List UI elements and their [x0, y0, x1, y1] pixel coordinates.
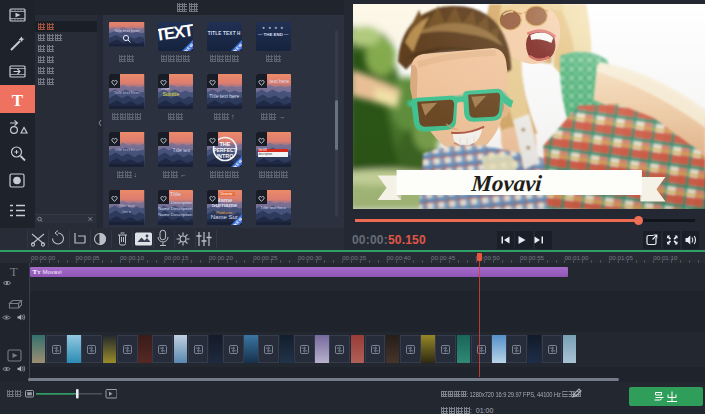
svg-text:T: T [12, 91, 24, 110]
svg-text:T: T [10, 264, 18, 279]
svg-text:Movavi: Movavi [469, 170, 543, 196]
svg-text:INTRO: INTRO [216, 152, 234, 158]
